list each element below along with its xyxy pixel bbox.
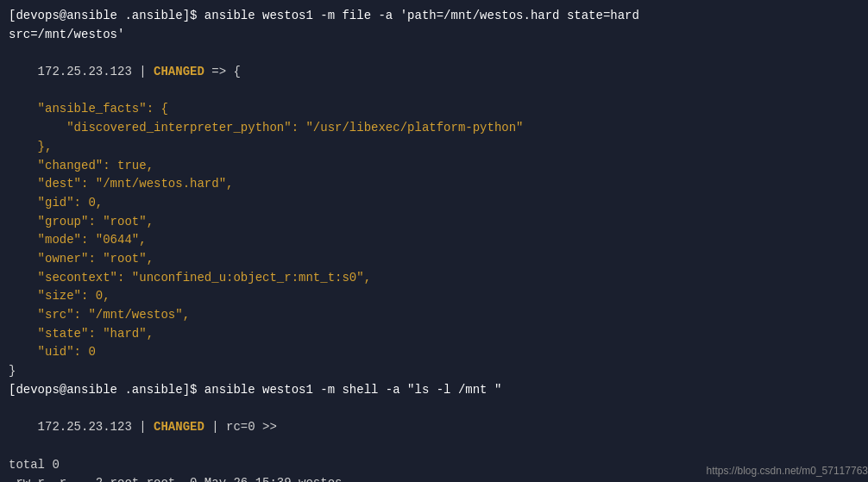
changed-rest-2: | rc=0 >> (204, 420, 277, 434)
terminal-line-5: "discovered_interpreter_python": "/usr/l… (9, 119, 859, 138)
changed-rest-1: => { (204, 65, 241, 78)
terminal-line-17: "uid": 0 (9, 343, 859, 362)
terminal-line-16: "state": "hard", (9, 325, 859, 344)
terminal-line-19: [devops@ansible .ansible]$ ansible westo… (9, 381, 859, 400)
ip-label-2: 172.25.23.123 | (38, 420, 154, 434)
terminal-line-2: src=/mnt/westos' (9, 26, 859, 45)
terminal-line-6: }, (9, 138, 859, 157)
terminal-line-1: [devops@ansible .ansible]$ ansible westo… (9, 7, 859, 26)
terminal-line-8: "dest": "/mnt/westos.hard", (9, 175, 859, 194)
terminal-line-9: "gid": 0, (9, 194, 859, 213)
terminal-line-15: "src": "/mnt/westos", (9, 306, 859, 325)
terminal-line-18: } (9, 362, 859, 381)
changed-badge-2: CHANGED (154, 420, 204, 434)
terminal-line-11: "mode": "0644", (9, 231, 859, 250)
terminal-line-13: "secontext": "unconfined_u:object_r:mnt_… (9, 269, 859, 288)
terminal-line-4: "ansible_facts": { (9, 100, 859, 119)
terminal-line-10: "group": "root", (9, 213, 859, 232)
terminal: [devops@ansible .ansible]$ ansible westo… (0, 0, 868, 482)
terminal-line-12: "owner": "root", (9, 250, 859, 269)
changed-badge-1: CHANGED (154, 65, 204, 78)
terminal-line-14: "size": 0, (9, 287, 859, 306)
watermark: https://blog.csdn.net/m0_57117763 (707, 465, 868, 477)
ip-label-1: 172.25.23.123 | (38, 65, 154, 78)
terminal-line-20: 172.25.23.123 | CHANGED | rc=0 >> (9, 399, 859, 455)
terminal-line-3: 172.25.23.123 | CHANGED => { (9, 44, 859, 100)
terminal-line-7: "changed": true, (9, 157, 859, 176)
